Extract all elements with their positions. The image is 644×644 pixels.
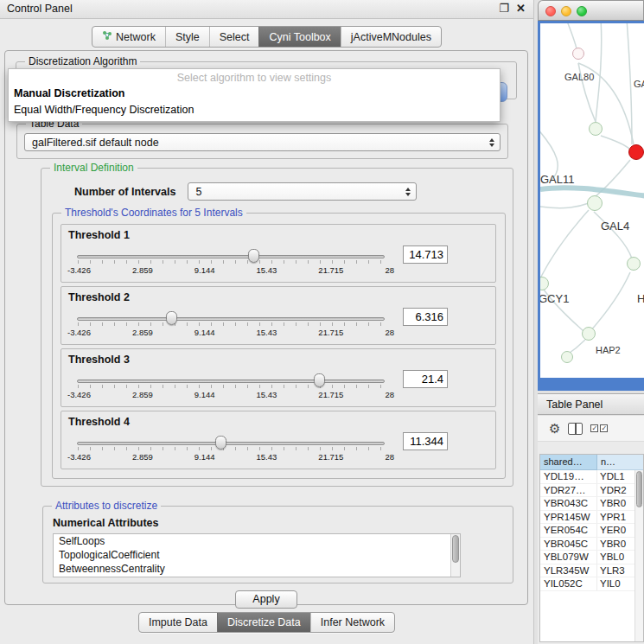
slider-track[interactable] [77, 317, 385, 321]
minimize-traffic-light[interactable] [561, 6, 571, 16]
table-row[interactable]: YDL19… YDL1 [540, 470, 643, 484]
interval-definition-group-label: Interval Definition [50, 162, 137, 174]
network-node[interactable] [561, 351, 573, 363]
combobox-arrows-icon [402, 183, 413, 200]
threshold-3-slider[interactable] [77, 373, 385, 388]
table-row[interactable]: YBR043C YBR0 [540, 497, 643, 511]
column-header-name[interactable]: n… [597, 455, 643, 470]
tick-label: 15.43 [257, 390, 277, 399]
attribute-list-item[interactable]: BetweennessCentrality [54, 562, 460, 576]
tab-discretize-data[interactable]: Discretize Data [217, 613, 310, 632]
scrollbar-thumb[interactable] [452, 535, 459, 563]
control-panel-window: Control Panel ❐ ✕ Network Style Select C… [0, 0, 534, 644]
window-title: Control Panel [7, 3, 73, 15]
dropdown-option-equal-width-frequency[interactable]: Equal Width/Frequency Discretization [9, 102, 500, 118]
slider-thumb[interactable] [215, 436, 226, 450]
network-node[interactable] [589, 122, 603, 136]
tick-label: 21.715 [318, 390, 343, 399]
tab-cyni-toolbox[interactable]: Cyni Toolbox [258, 27, 340, 47]
slider-track[interactable] [77, 379, 385, 383]
tick-label: -3.426 [67, 452, 91, 462]
tab-impute-data[interactable]: Impute Data [139, 613, 217, 632]
threshold-4-value-input[interactable] [403, 432, 448, 450]
threshold-2-value-input[interactable] [403, 308, 448, 326]
float-window-icon[interactable]: ❐ [499, 2, 509, 15]
dropdown-option-manual-discretization[interactable]: Manual Discretization [9, 86, 500, 102]
attribute-list-item[interactable]: SelfLoops [54, 534, 460, 548]
attributes-list-scrollbar[interactable] [450, 534, 460, 577]
scrollbar-thumb[interactable] [636, 471, 642, 507]
cyni-bottom-tab-bar: Impute Data Discretize Data Infer Networ… [0, 612, 533, 633]
tick-label: 28 [385, 452, 394, 462]
thresholds-group: Threshold's Coordinates for 5 Intervals … [52, 213, 506, 479]
settings-gear-icon[interactable]: ⚙ [549, 422, 560, 435]
number-of-intervals-value: 5 [195, 186, 201, 198]
table-row[interactable]: YPR145W YPR1 [540, 511, 643, 525]
zoom-traffic-light[interactable] [577, 6, 587, 16]
threshold-3-value-input[interactable] [403, 370, 448, 388]
table-data-combobox[interactable]: galFiltered.sif default node [24, 133, 501, 151]
close-window-icon[interactable]: ✕ [516, 2, 526, 15]
tick-label: -3.426 [67, 265, 91, 275]
node-label: GCY1 [540, 292, 569, 305]
tab-infer-network[interactable]: Infer Network [310, 613, 394, 632]
threshold-1-slider[interactable] [77, 249, 385, 264]
table-cell-shared-name: YPR145W [540, 511, 597, 524]
table-row[interactable]: YIL052C YIL0 [540, 577, 643, 591]
slider-thumb[interactable] [314, 373, 325, 387]
slider-thumb[interactable] [248, 249, 259, 263]
table-row[interactable]: YER054C YER0 [540, 524, 643, 538]
tab-network[interactable]: Network [92, 27, 165, 47]
tick-label: 28 [385, 390, 394, 399]
threshold-panel-2: Threshold 2 -3.4262.8599.14415.4321.7152… [61, 286, 496, 345]
select-visible-columns-icon[interactable]: ✓ ✓ [590, 424, 608, 432]
table-scrollbar[interactable] [634, 470, 643, 641]
number-of-intervals-combobox[interactable]: 5 [188, 182, 417, 201]
attribute-list-item[interactable]: TopologicalCoefficient [54, 548, 460, 562]
network-node[interactable] [582, 327, 596, 341]
column-header-shared-name[interactable]: shared… [540, 455, 597, 470]
table-cell-shared-name: YBL079W [540, 551, 597, 564]
table-row[interactable]: YDR27… YDR2 [540, 484, 643, 498]
slider-tickmarks [78, 260, 384, 264]
combobox-arrows-icon [486, 134, 497, 150]
node-attribute-table: shared… n… YDL19… YDL1 YDR27… YDR2 YBR04… [539, 454, 644, 642]
slider-tickmarks [78, 385, 384, 388]
cyni-toolbox-panel: Discretization Algorithm Select algorith… [4, 50, 528, 605]
number-of-intervals-label: Number of Intervals [74, 186, 175, 198]
control-panel-tab-bar: Network Style Select Cyni Toolbox jActiv… [0, 26, 533, 48]
number-of-intervals-row: Number of Intervals 5 [74, 182, 513, 201]
close-traffic-light[interactable] [545, 6, 556, 16]
threshold-label: Threshold 2 [68, 291, 130, 303]
network-node-highlighted[interactable] [628, 144, 644, 160]
threshold-2-slider[interactable] [77, 311, 385, 326]
threshold-4-slider[interactable] [77, 436, 385, 450]
table-row[interactable]: YBR045C YBR0 [540, 538, 643, 552]
tab-style[interactable]: Style [165, 27, 209, 47]
threshold-panel-3: Threshold 3 -3.4262.8599.14415.4321.7152… [61, 348, 496, 407]
threshold-label: Threshold 4 [68, 416, 130, 428]
tick-label: 21.715 [318, 265, 343, 275]
tick-label: 28 [385, 328, 394, 337]
node-label: H [637, 292, 644, 305]
tab-jactivemnodules[interactable]: jActiveMNodules [341, 27, 441, 47]
threshold-1-value-input[interactable] [403, 245, 448, 264]
table-row[interactable]: YBL079W YBL0 [540, 551, 643, 564]
network-window-titlebar[interactable] [538, 0, 644, 21]
thresholds-group-label: Threshold's Coordinates for 5 Intervals [61, 207, 246, 219]
table-row[interactable]: YLR345W YLR3 [540, 564, 643, 578]
apply-button[interactable]: Apply [235, 590, 296, 609]
columns-icon[interactable] [568, 423, 583, 435]
attributes-to-discretize-group: Attributes to discretize Numerical Attri… [42, 506, 513, 583]
slider-track[interactable] [77, 255, 385, 258]
attributes-group-label: Attributes to discretize [52, 500, 161, 512]
slider-thumb[interactable] [166, 311, 177, 325]
network-node[interactable] [627, 257, 641, 271]
network-canvas[interactable]: GAL80 GA GAL11 GAL4 GCY1 H HAP2 [540, 23, 644, 378]
slider-track[interactable] [77, 442, 385, 445]
network-node[interactable] [587, 195, 603, 211]
network-tab-icon [102, 30, 112, 43]
network-node[interactable] [572, 48, 584, 60]
tick-label: 2.859 [132, 452, 153, 462]
tab-select[interactable]: Select [209, 27, 259, 47]
